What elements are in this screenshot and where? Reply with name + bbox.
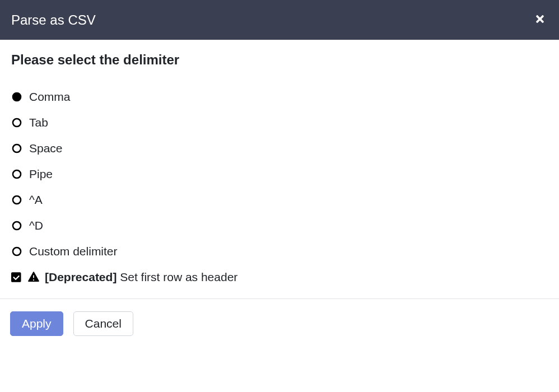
delimiter-radio--a[interactable]: ^A — [11, 193, 548, 207]
delimiter-radio-comma[interactable]: Comma — [11, 90, 548, 104]
delimiter-radio-label: ^A — [29, 193, 43, 207]
cancel-button[interactable]: Cancel — [73, 311, 133, 336]
radio-unselected-icon — [11, 220, 22, 231]
delimiter-radio-label: Tab — [29, 116, 48, 129]
modal-title: Parse as CSV — [11, 12, 96, 28]
modal-header: Parse as CSV — [0, 0, 559, 40]
close-button[interactable] — [532, 11, 548, 29]
svg-point-5 — [13, 222, 21, 230]
svg-point-3 — [13, 170, 21, 178]
apply-button[interactable]: Apply — [10, 311, 63, 336]
delimiter-radio-pipe[interactable]: Pipe — [11, 167, 548, 181]
delimiter-radio-label: ^D — [29, 219, 43, 232]
delimiter-radio-custom-delimiter[interactable]: Custom delimiter — [11, 245, 548, 258]
svg-point-0 — [12, 92, 22, 102]
delimiter-radio-label: Space — [29, 142, 63, 155]
delimiter-radio-tab[interactable]: Tab — [11, 116, 548, 129]
svg-point-4 — [13, 196, 21, 204]
close-icon — [534, 13, 546, 26]
svg-point-6 — [13, 248, 21, 255]
radio-unselected-icon — [11, 117, 22, 128]
delimiter-radio-label: Custom delimiter — [29, 245, 118, 258]
radio-unselected-icon — [11, 143, 22, 154]
header-checkbox-row[interactable]: [Deprecated] Set first row as header — [11, 270, 548, 284]
radio-unselected-icon — [11, 246, 22, 257]
delimiter-radio-label: Comma — [29, 90, 71, 104]
checkbox-checked-icon — [11, 272, 22, 283]
deprecated-tag: [Deprecated] — [45, 270, 117, 283]
modal-body: Please select the delimiter CommaTabSpac… — [0, 40, 559, 298]
modal-footer: Apply Cancel — [0, 298, 559, 345]
delimiter-radio--d[interactable]: ^D — [11, 219, 548, 232]
svg-point-2 — [13, 144, 21, 152]
delimiter-radio-label: Pipe — [29, 167, 53, 181]
svg-point-1 — [13, 119, 21, 127]
radio-selected-icon — [11, 91, 22, 102]
delimiter-prompt: Please select the delimiter — [11, 52, 548, 68]
radio-unselected-icon — [11, 194, 22, 206]
delimiter-radio-group: CommaTabSpacePipe^A^DCustom delimiter — [11, 90, 548, 258]
warning-icon — [28, 272, 39, 283]
radio-unselected-icon — [11, 169, 22, 180]
delimiter-radio-space[interactable]: Space — [11, 142, 548, 155]
header-checkbox-label: Set first row as header — [120, 270, 237, 283]
